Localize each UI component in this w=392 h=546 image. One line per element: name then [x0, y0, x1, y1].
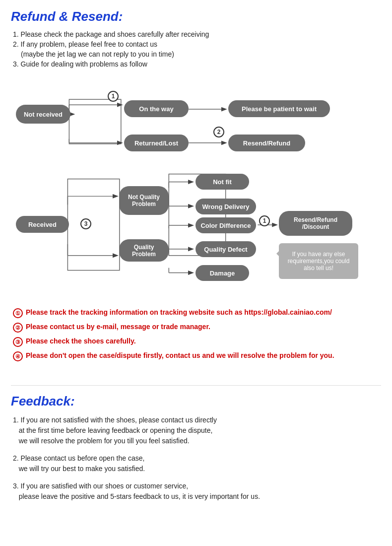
note-num-3: ③	[13, 337, 23, 347]
note-item-4: ④ Please don't open the case/dispute fir…	[13, 351, 379, 361]
box-not-fit: Not fit	[196, 174, 249, 190]
svg-rect-8	[67, 179, 119, 271]
box-damage: Damage	[196, 265, 249, 281]
feedback-item-2: 2. Please contact us before open the cas…	[13, 453, 381, 474]
note-item-3: ③ Please check the shoes carefully.	[13, 337, 379, 347]
feedback-title: Feedback:	[11, 394, 381, 409]
feedback-list: 1. If you are not satisfied with the sho…	[11, 415, 381, 502]
flowchart-received: Received 3 Not Quality Problem Quality P…	[11, 169, 381, 293]
note-text-4: Please don't open the case/dispute first…	[26, 351, 334, 361]
box-quality-problem: Quality Problem	[119, 239, 169, 262]
circle-2-top: 2	[213, 127, 224, 137]
box-resend-discount: Resend/Refund /Discount	[279, 211, 352, 236]
circle-1-top: 1	[108, 91, 119, 102]
feedback-item-1: 1. If you are not satisfied with the sho…	[13, 415, 381, 446]
box-color-difference: Color Difference	[196, 217, 256, 233]
refund-title: Refund & Resend:	[11, 9, 381, 24]
intro-item-3: (maybe the jet lag we can not reply to y…	[13, 50, 381, 58]
note-num-2: ②	[13, 323, 23, 333]
svg-rect-0	[69, 99, 121, 144]
intro-item-4: 3. Guide for dealing with problems as fo…	[13, 60, 381, 68]
notes-section: ① Please track the tracking information …	[11, 303, 381, 370]
circle-3: 3	[80, 218, 91, 229]
box-not-received: Not received	[16, 105, 70, 124]
intro-item-2: 2. If any problem, please feel free to c…	[13, 40, 381, 48]
box-received: Received	[16, 216, 69, 233]
box-wrong-delivery: Wrong Delivery	[196, 199, 256, 214]
box-on-the-way: On the way	[124, 100, 189, 117]
feedback-item-3: 3. If you are satisfied with our shoes o…	[13, 481, 381, 502]
intro-item-1: 1. Please check the package and shoes ca…	[13, 30, 381, 38]
section-divider	[11, 385, 381, 386]
note-text-2: Please contact us by e-mail, message or …	[26, 322, 210, 332]
note-item-1: ① Please track the tracking information …	[13, 308, 379, 318]
box-quality-defect: Quality Defect	[196, 241, 256, 257]
box-returned-lost: Returned/Lost	[124, 135, 189, 151]
note-num-4: ④	[13, 351, 23, 361]
intro-list: 1. Please check the package and shoes ca…	[11, 30, 381, 68]
note-text-3: Please check the shoes carefully.	[26, 337, 136, 346]
note-text-1: Please track the tracking information on…	[26, 308, 332, 318]
note-item-2: ② Please contact us by e-mail, message o…	[13, 322, 379, 333]
box-be-patient: Please be patient to wait	[228, 100, 330, 117]
box-resend-refund-top: Resend/Refund	[228, 135, 305, 151]
note-num-1: ①	[13, 308, 23, 318]
box-not-quality-problem: Not Quality Problem	[119, 186, 169, 215]
box-tell-us: If you have any else requirements,you co…	[279, 243, 358, 279]
feedback-section: Feedback: 1. If you are not satisfied wi…	[11, 394, 381, 502]
flowchart-not-received: Not received 1 On the way Returned/Lost …	[11, 77, 381, 164]
circle-1-color: 1	[259, 215, 270, 226]
